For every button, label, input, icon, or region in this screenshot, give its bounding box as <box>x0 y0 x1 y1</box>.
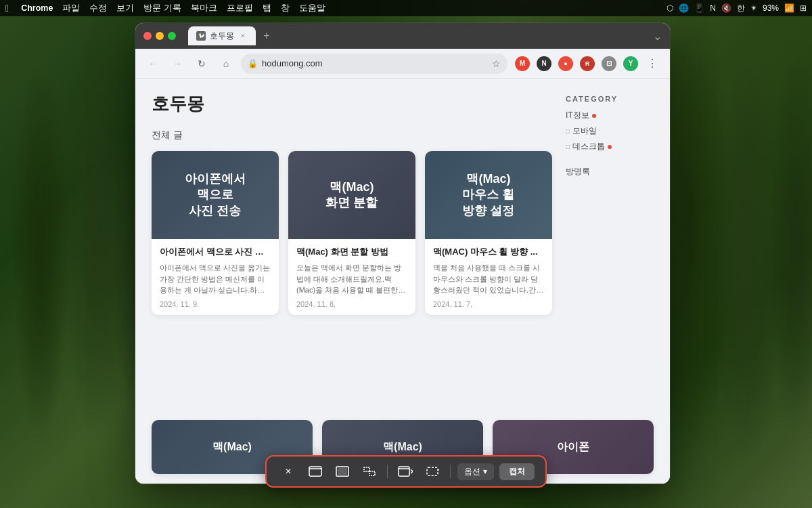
menu-edit[interactable]: 수정 <box>89 3 107 14</box>
home-button[interactable]: ⌂ <box>217 54 235 73</box>
blog-card-3[interactable]: 맥(Mac)마우스 휠방향 설정 맥(MAC) 마우스 휠 방향 ... 맥을 … <box>425 151 552 315</box>
menu-profiles[interactable]: 프로필 <box>227 3 253 14</box>
menubar:  Chrome 파일 수정 보기 방문 기록 북마크 프로필 탭 창 도움말 … <box>0 0 812 16</box>
freeform-capture-icon <box>426 466 439 477</box>
menu-help[interactable]: 도움말 <box>299 3 325 14</box>
sidebar-item-desktop[interactable]: □ 데스크톱 <box>566 141 654 152</box>
section-label: 전체 글 <box>152 129 552 142</box>
puzzle-icon: ⊡ <box>602 56 616 71</box>
mobile-check: □ <box>566 127 570 135</box>
menu-view[interactable]: 보기 <box>116 3 134 14</box>
card-body-2: 맥(Mac) 화면 분할 방법 오늘은 맥에서 화면 분할하는 방법에 대해 소… <box>288 239 415 315</box>
notion-extension[interactable]: N <box>535 54 554 73</box>
options-chevron-icon: ▾ <box>483 467 487 476</box>
browser-window: 🐿 호두몽 ✕ + ⌄ ← → ↻ ⌂ 🔒 hodumong.com ☆ M <box>135 23 670 484</box>
address-bar[interactable]: 🔒 hodumong.com ☆ <box>241 54 508 74</box>
tab-menu-button[interactable]: ⌄ <box>653 30 662 43</box>
gmail-extension[interactable]: M <box>513 54 532 73</box>
card-date-2: 2024. 11. 8. <box>296 300 407 308</box>
svg-rect-3 <box>338 468 347 475</box>
card-grid: 아이폰에서맥으로사진 전송 아이폰에서 맥으로 사진 전... 아이폰에서 맥으… <box>152 151 552 315</box>
tab-title: 호두몽 <box>210 30 234 42</box>
menu-tab[interactable]: 탭 <box>263 3 271 14</box>
separator-2 <box>450 465 451 478</box>
svg-rect-8 <box>427 467 438 475</box>
menu-window[interactable]: 창 <box>281 3 290 14</box>
url-text: hodumong.com <box>262 58 488 68</box>
svg-rect-6 <box>399 467 409 476</box>
more-icon: ⋮ <box>647 57 658 70</box>
menu-history[interactable]: 방문 기록 <box>143 3 181 14</box>
notion-icon: N <box>537 56 551 71</box>
menubar-right: ⬡ 🌐 📱 N 🔇 한 ✴ 93% 📶 ⊞ <box>667 3 807 14</box>
it-label: IT정보 <box>566 110 589 121</box>
close-button[interactable] <box>143 32 152 40</box>
reload-button[interactable]: ↻ <box>192 54 211 73</box>
card-excerpt-1: 아이폰에서 맥으로 사진을 옮기는 가장 간단한 방법은 메신저를 이용하는 게… <box>160 262 271 296</box>
sidebar-item-mobile[interactable]: □ 모바일 <box>566 125 654 137</box>
bluetooth-icon: ✴ <box>750 3 757 13</box>
extension-3[interactable]: ● <box>556 54 575 73</box>
sidebar: CATEGORY IT정보 □ 모바일 □ 데스크톱 방명록 <box>566 92 654 406</box>
menu-bookmarks[interactable]: 북마크 <box>191 3 217 14</box>
maximize-button[interactable] <box>168 32 176 40</box>
battery-text: 93% <box>763 3 779 13</box>
region-capture-icon <box>363 466 376 477</box>
window-capture-button[interactable] <box>304 462 326 481</box>
options-button[interactable]: 옵션 ▾ <box>457 463 494 480</box>
card-thumbnail-3: 맥(Mac)마우스 휠방향 설정 <box>425 151 552 239</box>
bookmark-star-icon[interactable]: ☆ <box>492 58 501 69</box>
svg-rect-4 <box>364 467 369 471</box>
active-tab[interactable]: 🐿 호두몽 ✕ <box>188 26 256 45</box>
card-thumbnail-1: 아이폰에서맥으로사진 전송 <box>152 151 279 239</box>
page-inner: 호두몽 전체 글 아이폰에서맥으로사진 전송 아이폰에서 맥으로 사진 전...… <box>135 79 670 420</box>
category-title: CATEGORY <box>566 95 654 103</box>
scrolling-capture-button[interactable] <box>394 462 416 481</box>
new-tab-button[interactable]: + <box>258 28 275 44</box>
card-excerpt-2: 오늘은 맥에서 화면 분할하는 방법에 대해 소개해드릴게요.맥(Mac)을 처… <box>296 262 407 296</box>
fullscreen-capture-button[interactable] <box>332 462 353 481</box>
region-capture-button[interactable] <box>359 462 380 481</box>
gmail-icon: M <box>515 56 530 71</box>
blog-card-1[interactable]: 아이폰에서맥으로사진 전송 아이폰에서 맥으로 사진 전... 아이폰에서 맥으… <box>152 151 279 315</box>
capture-close-button[interactable]: ✕ <box>277 462 299 481</box>
tab-close-button[interactable]: ✕ <box>238 31 248 41</box>
card-excerpt-3: 맥을 처음 사용했을 때 스크롤 시 마우스와 스크롤 방향이 달라 당황스러웠… <box>433 262 544 296</box>
freeform-capture-button[interactable] <box>422 462 443 481</box>
sidebar-item-it[interactable]: IT정보 <box>566 110 654 121</box>
extension-4[interactable]: R <box>578 54 597 73</box>
profile-button[interactable]: Y <box>621 54 640 73</box>
card-date-1: 2024. 11. 9. <box>160 300 271 308</box>
fullscreen-capture-icon <box>336 466 349 477</box>
app-name[interactable]: Chrome <box>21 3 53 13</box>
blog-card-2[interactable]: 맥(Mac)화면 분할 맥(Mac) 화면 분할 방법 오늘은 맥에서 화면 분… <box>288 151 415 315</box>
capture-action-button[interactable]: 캡처 <box>499 463 535 480</box>
back-button[interactable]: ← <box>143 54 162 73</box>
guestbook-label[interactable]: 방명록 <box>566 166 654 177</box>
scrolling-capture-icon <box>398 466 413 477</box>
desktop-check: □ <box>566 143 570 150</box>
card-title-2: 맥(Mac) 화면 분할 방법 <box>296 246 407 258</box>
tab-favicon: 🐿 <box>196 31 206 41</box>
menu-file[interactable]: 파일 <box>62 3 80 14</box>
phone-icon: 📱 <box>694 3 704 13</box>
controlcenter-icon: ⊞ <box>800 3 807 13</box>
tab-area: 🐿 호두몽 ✕ + ⌄ <box>188 26 662 45</box>
apple-icon[interactable]:  <box>5 3 9 14</box>
minimize-button[interactable] <box>156 32 164 40</box>
card-thumbnail-2: 맥(Mac)화면 분할 <box>288 151 415 239</box>
notion-icon: N <box>710 3 716 13</box>
forward-button[interactable]: → <box>168 54 187 73</box>
close-icon: ✕ <box>285 467 292 476</box>
svg-rect-0 <box>309 467 321 476</box>
main-content: 호두몽 전체 글 아이폰에서맥으로사진 전송 아이폰에서 맥으로 사진 전...… <box>152 92 552 406</box>
profile-icon: Y <box>623 56 638 71</box>
browser-toolbar: ← → ↻ ⌂ 🔒 hodumong.com ☆ M N ● R <box>135 49 670 79</box>
card-body-3: 맥(MAC) 마우스 휠 방향 ... 맥을 처음 사용했을 때 스크롤 시 마… <box>425 239 552 315</box>
more-button[interactable]: ⋮ <box>643 54 662 73</box>
wifi-icon: 📶 <box>784 3 794 13</box>
card-body-1: 아이폰에서 맥으로 사진 전... 아이폰에서 맥으로 사진을 옮기는 가장 간… <box>152 239 279 315</box>
extensions-button[interactable]: ⊡ <box>600 54 618 73</box>
capture-toolbar: ✕ <box>265 455 547 488</box>
options-label: 옵션 <box>464 466 480 478</box>
